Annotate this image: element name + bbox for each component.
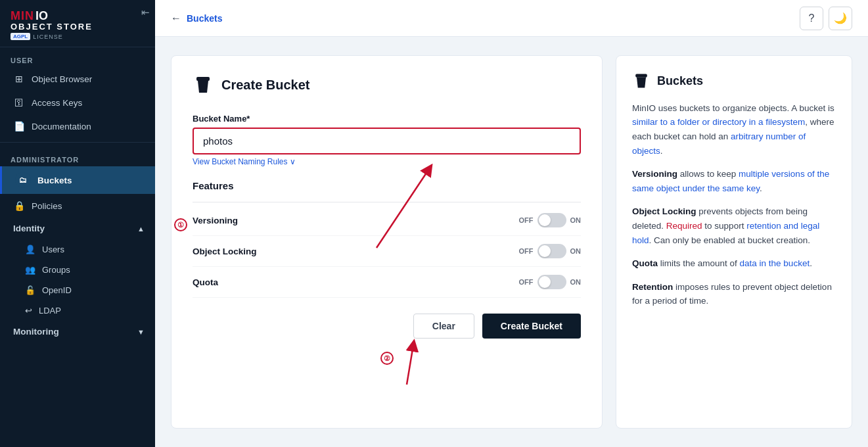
form-actions: Clear Create Bucket (193, 314, 581, 339)
agpl-badge: AGPL (11, 33, 30, 40)
sidebar-item-label: Object Browser (32, 74, 92, 84)
info-panel: Buckets MinIO uses buckets to organize o… (616, 55, 852, 429)
bucket-nav-icon: 🗂 (15, 172, 31, 188)
quota-toggle-group: OFF ON (519, 275, 582, 289)
object-locking-toggle[interactable] (537, 244, 566, 258)
bucket-name-label: Bucket Name* (193, 114, 581, 124)
openid-icon: 🔓 (25, 285, 35, 295)
info-para-1: MinIO uses buckets to organize objects. … (632, 101, 836, 158)
moon-icon: 🌙 (834, 12, 847, 24)
help-icon: ? (809, 12, 815, 24)
clear-button[interactable]: Clear (413, 314, 474, 339)
sidebar-item-object-browser[interactable]: ⊞ Object Browser (0, 67, 155, 91)
ldap-icon: ↩ (25, 306, 32, 316)
object-locking-row: Object Locking OFF ON (193, 236, 581, 267)
object-locking-toggle-group: OFF ON (519, 244, 582, 258)
content-area: Create Bucket Bucket Name* View Bucket N… (155, 37, 868, 447)
users-icon: 👤 (25, 245, 35, 254)
annotation-2: ② (380, 352, 394, 365)
sidebar-divider-1 (0, 142, 155, 143)
versioning-off-label: OFF (519, 216, 534, 224)
versioning-label: Versioning (193, 216, 238, 225)
sidebar-item-users[interactable]: 👤 Users (0, 239, 155, 260)
topbar: ← Buckets ? 🌙 (155, 0, 868, 37)
collapse-button[interactable]: ⇤ (141, 7, 150, 18)
identity-group[interactable]: Identity ▲ (0, 218, 155, 239)
admin-section-label: Administrator (0, 147, 155, 166)
sidebar-item-groups[interactable]: 👥 Groups (0, 260, 155, 280)
annotation-1: ① (174, 218, 187, 231)
object-locking-toggle-knob (539, 245, 551, 257)
doc-icon: 📄 (13, 120, 25, 132)
form-title: Create Bucket (193, 74, 581, 95)
quota-toggle[interactable] (537, 275, 566, 289)
monitoring-group[interactable]: Monitoring ▼ (0, 321, 155, 342)
quota-label: Quota (193, 277, 218, 287)
sidebar-sub-label: Users (42, 245, 64, 254)
breadcrumb-buckets[interactable]: Buckets (187, 13, 222, 24)
logo-license-row: AGPL LICENSE (11, 33, 145, 40)
form-actions-area: Clear Create Bucket ② (193, 314, 581, 339)
grid-icon: ⊞ (13, 73, 25, 85)
sidebar: MINIO OBJECT STORE AGPL LICENSE ⇤ User ⊞… (0, 0, 155, 447)
object-locking-off-label: OFF (519, 247, 534, 255)
info-para-5: Retention imposes rules to prevent objec… (632, 280, 836, 308)
svg-rect-0 (196, 77, 210, 81)
logo-io: IO (35, 9, 48, 23)
versioning-toggle-knob (539, 214, 551, 226)
features-section: ① Versioning OFF ON Object Locking OFF (193, 205, 581, 298)
key-icon: ⚿ (13, 97, 25, 108)
create-bucket-form-card: Create Bucket Bucket Name* View Bucket N… (171, 55, 603, 429)
monitoring-label: Monitoring (13, 327, 59, 337)
identity-label: Identity (13, 224, 45, 233)
groups-icon: 👥 (25, 265, 35, 275)
info-bucket-icon (632, 72, 651, 90)
sidebar-item-access-keys[interactable]: ⚿ Access Keys (0, 91, 155, 114)
bucket-name-input[interactable] (193, 128, 581, 154)
logo-mini: MIN (11, 9, 34, 23)
sidebar-sub-label: Groups (42, 265, 70, 275)
logo-area: MINIO OBJECT STORE AGPL LICENSE ⇤ (0, 0, 155, 47)
breadcrumb[interactable]: ← Buckets (171, 12, 222, 24)
sidebar-item-ldap[interactable]: ↩ LDAP (0, 300, 155, 321)
info-para-3: Object Locking prevents objects from bei… (632, 204, 836, 247)
main-area: ← Buckets ? 🌙 Create Bucket Bucket N (155, 0, 868, 447)
license-label: LICENSE (33, 34, 63, 40)
sidebar-item-documentation[interactable]: 📄 Documentation (0, 114, 155, 138)
info-para-2: Versioning allows to keep multiple versi… (632, 167, 836, 195)
chevron-down-small-icon: ∨ (290, 157, 296, 166)
help-button[interactable]: ? (800, 7, 823, 30)
sidebar-item-label: Access Keys (32, 98, 82, 108)
quota-row: Quota OFF ON (193, 267, 581, 298)
info-panel-title-text: Buckets (657, 72, 703, 91)
sidebar-item-label: Buckets (37, 176, 72, 185)
policy-icon: 🔒 (13, 200, 25, 212)
chevron-up-icon: ▲ (137, 225, 145, 233)
naming-rules-link[interactable]: View Bucket Naming Rules ∨ (193, 157, 296, 166)
sidebar-item-buckets[interactable]: 🗂 Buckets (0, 166, 155, 194)
versioning-toggle[interactable] (537, 213, 566, 227)
sidebar-item-label: Policies (32, 201, 62, 211)
info-para-4: Quota limits the amount of data in the b… (632, 256, 836, 271)
dark-mode-button[interactable]: 🌙 (829, 7, 852, 30)
sidebar-sub-label: LDAP (39, 306, 61, 316)
quota-toggle-knob (539, 276, 551, 288)
object-locking-label: Object Locking (193, 247, 257, 256)
create-bucket-button[interactable]: Create Bucket (482, 314, 581, 339)
features-divider (193, 202, 581, 202)
quota-on-label: ON (570, 278, 582, 286)
info-panel-text: MinIO uses buckets to organize objects. … (632, 101, 836, 308)
object-locking-on-label: ON (570, 247, 582, 255)
info-panel-title: Buckets (632, 72, 836, 91)
back-arrow-icon: ← (171, 12, 181, 24)
svg-rect-1 (635, 74, 647, 78)
chevron-down-icon: ▼ (137, 328, 145, 336)
logo: MINIO (11, 9, 145, 23)
versioning-row: Versioning OFF ON (193, 205, 581, 236)
sidebar-item-openid[interactable]: 🔓 OpenID (0, 280, 155, 300)
bucket-form-icon (193, 74, 214, 95)
logo-object-store: OBJECT STORE (11, 22, 145, 32)
user-section-label: User (0, 47, 155, 67)
sidebar-item-policies[interactable]: 🔒 Policies (0, 194, 155, 218)
topbar-actions: ? 🌙 (800, 7, 852, 30)
